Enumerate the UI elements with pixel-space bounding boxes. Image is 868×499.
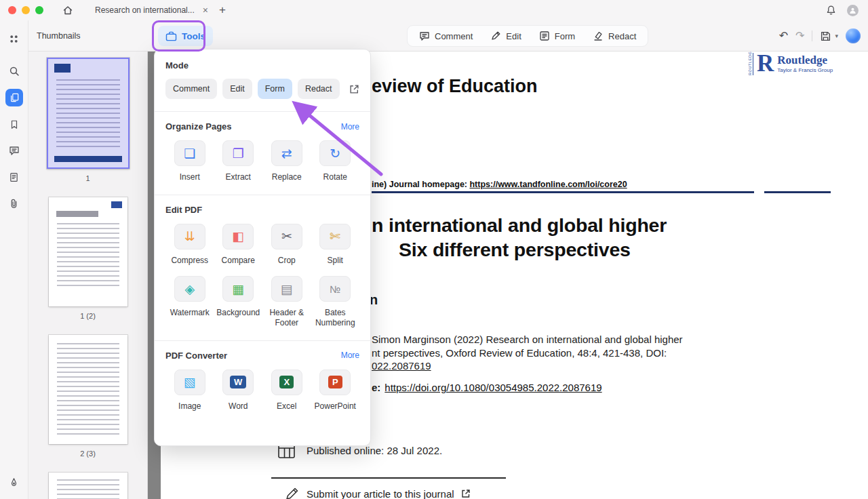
attachments-panel-icon[interactable] <box>5 195 23 212</box>
edit-pencil-icon <box>490 31 501 41</box>
pdf-converter-title: PDF Converter <box>165 351 227 361</box>
thumbnail-item[interactable]: 1 (2) <box>49 197 127 321</box>
mode-button-group: Comment Edit Form Redact <box>407 25 648 47</box>
background-icon <box>222 276 254 302</box>
journal-homepage-link[interactable]: https://www.tandfonline.com/loi/core20 <box>469 180 627 189</box>
tools-button[interactable]: Tools <box>158 26 213 46</box>
close-window-button[interactable] <box>8 6 16 14</box>
traffic-lights <box>8 6 43 14</box>
thumbnail-page-label: 2 (3) <box>80 450 96 458</box>
tool-split[interactable]: Split <box>311 224 360 266</box>
new-tab-button[interactable]: + <box>219 3 226 17</box>
save-icon[interactable] <box>820 31 831 42</box>
tool-label: Crop <box>278 256 296 266</box>
submit-article-link[interactable]: Submit your article to this journal <box>307 488 454 499</box>
compare-icon <box>222 224 254 250</box>
excel-icon <box>271 370 302 395</box>
thumbnail-item[interactable]: 1 <box>47 58 130 183</box>
tool-crop[interactable]: Crop <box>262 224 311 266</box>
account-avatar[interactable] <box>847 5 859 16</box>
minimize-window-button[interactable] <box>22 6 30 14</box>
tool-to-powerpoint[interactable]: PowerPoint <box>311 370 360 412</box>
document-tab[interactable]: Research on international... × <box>90 0 214 20</box>
thumbnail-item[interactable] <box>49 473 127 499</box>
thumbnails-panel-title: Thumbnails <box>37 31 81 41</box>
tool-label: Image <box>178 401 201 412</box>
organize-pages-title: Organize Pages <box>165 121 232 132</box>
routledge-spine-text: ROUTLEDGE <box>748 53 753 75</box>
tool-insert[interactable]: Insert <box>165 140 214 182</box>
search-icon[interactable] <box>5 62 23 80</box>
tool-label: Compress <box>171 256 208 266</box>
mode-comment-button[interactable]: Comment <box>410 26 481 46</box>
header-footer-icon <box>271 276 302 302</box>
doi-link[interactable]: https://doi.org/10.1080/03054985.2022.20… <box>384 382 601 393</box>
split-icon <box>319 224 351 250</box>
tool-watermark[interactable]: Watermark <box>165 276 214 327</box>
open-in-new-window-icon[interactable] <box>349 84 359 94</box>
published-text: Published online: 28 Jul 2022. <box>307 445 442 456</box>
tool-to-excel[interactable]: Excel <box>262 370 311 412</box>
signature-pen-icon[interactable] <box>5 473 23 491</box>
toolbar-actions: ↶ ↷ ▾ <box>779 25 861 47</box>
tool-header-footer[interactable]: Header & Footer <box>262 276 311 327</box>
thumbnails-panel: 1 1 (2) 2 (3) <box>28 52 148 499</box>
ai-assistant-button[interactable] <box>846 28 861 43</box>
thumbnail-text-lines <box>56 79 120 150</box>
doi-line: e:https://doi.org/10.1080/03054985.2022.… <box>372 382 602 393</box>
home-icon[interactable] <box>62 5 73 16</box>
redo-icon[interactable]: ↷ <box>795 31 804 41</box>
tool-background[interactable]: Background <box>214 276 263 327</box>
tool-compress[interactable]: Compress <box>165 224 214 266</box>
bookmarks-panel-icon[interactable] <box>5 115 23 133</box>
replace-icon <box>271 140 302 166</box>
tool-rotate[interactable]: Rotate <box>311 140 360 182</box>
annotations-panel-icon[interactable] <box>5 142 23 159</box>
tool-compare[interactable]: Compare <box>214 224 263 266</box>
tools-popover: Mode Comment Edit Form Redact Organize P… <box>154 49 371 446</box>
popover-divider <box>155 195 370 195</box>
thumbnails-panel-icon[interactable] <box>5 89 23 106</box>
image-icon <box>174 370 205 395</box>
mode-form-button[interactable]: Form <box>530 26 584 46</box>
submit-article-row[interactable]: Submit your article to this journal <box>285 486 471 499</box>
pdf-converter-more-link[interactable]: More <box>341 351 359 360</box>
zoom-window-button[interactable] <box>35 6 43 14</box>
notifications-bell-icon[interactable] <box>826 5 836 16</box>
mode-edit-button[interactable]: Edit <box>481 26 530 46</box>
panel-mode-redact-button[interactable]: Redact <box>298 79 340 99</box>
thumbnail-page-1[interactable] <box>47 58 130 169</box>
submit-pencil-icon <box>285 486 300 499</box>
thumbnail-page-4[interactable] <box>49 473 127 499</box>
apps-grid-icon[interactable] <box>5 30 23 47</box>
panel-mode-comment-button[interactable]: Comment <box>165 79 217 99</box>
thumbnail-page-2[interactable] <box>49 197 127 306</box>
comment-icon <box>419 31 430 41</box>
rotate-icon <box>319 140 351 166</box>
tool-label: Replace <box>272 172 302 182</box>
edit-pdf-title: Edit PDF <box>165 205 202 215</box>
undo-icon[interactable]: ↶ <box>779 31 788 41</box>
thumbnail-page-3[interactable] <box>49 335 127 444</box>
tool-label: Excel <box>277 401 296 412</box>
main-toolbar: Thumbnails Tools Comment Edit Form <box>28 20 868 52</box>
tool-bates-numbering[interactable]: Bates Numbering <box>311 276 360 327</box>
tool-replace[interactable]: Replace <box>262 140 311 182</box>
tool-to-image[interactable]: Image <box>165 370 214 412</box>
extract-icon <box>222 140 254 166</box>
external-link-icon <box>461 489 471 498</box>
organize-pages-more-link[interactable]: More <box>341 122 359 132</box>
save-dropdown-chevron-icon[interactable]: ▾ <box>835 33 838 39</box>
panel-mode-form-button[interactable]: Form <box>258 79 292 99</box>
tool-extract[interactable]: Extract <box>214 140 263 182</box>
crop-icon <box>271 224 302 250</box>
bates-numbering-icon <box>319 276 351 302</box>
tool-to-word[interactable]: Word <box>214 370 263 412</box>
close-tab-icon[interactable]: × <box>203 5 208 16</box>
tool-label: Watermark <box>170 308 210 318</box>
citation-doi-fragment[interactable]: 022.2087619 <box>372 360 431 372</box>
panel-mode-edit-button[interactable]: Edit <box>222 79 252 99</box>
document-panel-icon[interactable] <box>5 168 23 186</box>
thumbnail-item[interactable]: 2 (3) <box>49 335 127 458</box>
mode-redact-button[interactable]: Redact <box>584 26 645 46</box>
